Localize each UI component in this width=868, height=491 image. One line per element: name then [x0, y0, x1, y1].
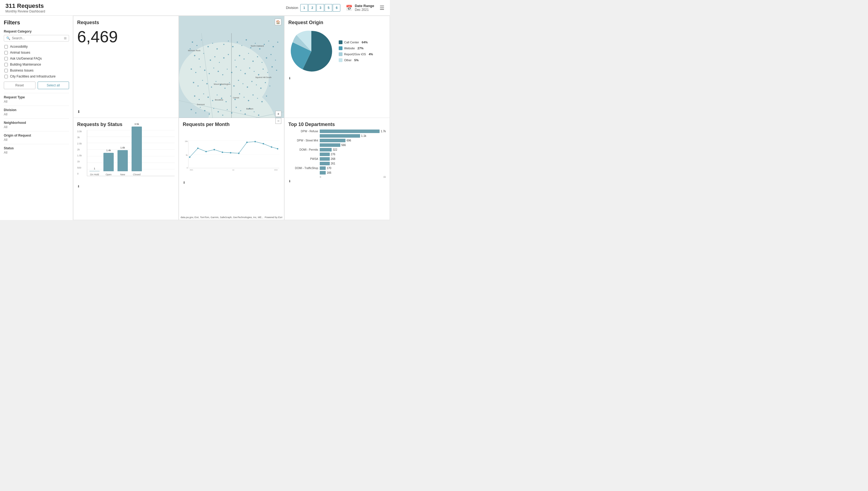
- dept-bar-pwsa: [320, 157, 330, 161]
- line-dot-11: [271, 146, 272, 148]
- map-home-btn[interactable]: 🏠: [275, 19, 281, 25]
- svg-point-49: [191, 68, 192, 70]
- category-city-facilities[interactable]: City Facilities and Infrastructure: [4, 74, 69, 79]
- category-label: Business Issues: [10, 68, 34, 73]
- checkbox-business-issues[interactable]: [4, 69, 8, 73]
- legend-label-report2gov: Report2Gov iOS: [344, 53, 366, 56]
- download-icon-top10[interactable]: ⬇: [288, 179, 386, 183]
- division-btn-2[interactable]: 2: [308, 4, 316, 12]
- legend-pct-callcenter: 64%: [362, 41, 368, 44]
- dept-value-4: 566: [341, 144, 346, 147]
- svg-point-33: [203, 53, 204, 54]
- line-dot-1: [189, 156, 190, 158]
- x-axis-0: 0: [320, 176, 321, 178]
- svg-point-56: [222, 74, 223, 75]
- app-subtitle: Monthly Review Dashboard: [5, 9, 45, 13]
- select-all-button[interactable]: Select all: [38, 82, 69, 89]
- category-business-issues[interactable]: Business Issues: [4, 67, 69, 74]
- svg-point-84: [260, 88, 261, 89]
- map-zoom-in[interactable]: +: [275, 111, 281, 117]
- checkbox-animal-issues[interactable]: [4, 51, 8, 55]
- svg-point-61: [245, 73, 246, 74]
- search-input[interactable]: [12, 36, 64, 40]
- request-type-label: Request Type: [4, 95, 69, 99]
- svg-point-103: [266, 96, 267, 97]
- svg-point-41: [243, 59, 245, 60]
- checkbox-building-maintenance[interactable]: [4, 63, 8, 66]
- y-label-500: 500: [77, 166, 87, 169]
- svg-point-26: [259, 48, 260, 50]
- pie-chart-svg: [288, 28, 334, 74]
- bar-rect-closed: [131, 126, 142, 171]
- svg-point-115: [240, 110, 241, 111]
- date-range-text: Date Range Dec 2021: [355, 4, 374, 12]
- checkbox-ask-us[interactable]: [4, 57, 8, 60]
- category-search-box[interactable]: 🔍 ⊞: [4, 35, 69, 41]
- checkbox-accessibility[interactable]: [4, 45, 8, 49]
- legend-dot-callcenter: [339, 40, 342, 44]
- legend-label-website: Website: [344, 47, 355, 50]
- svg-point-40: [239, 55, 240, 56]
- line-chart-title: Requests per Month: [183, 122, 280, 127]
- svg-point-18: [223, 44, 224, 45]
- division-btn-6[interactable]: 6: [333, 4, 340, 12]
- map-label-mckees: McKees Rock: [188, 49, 200, 52]
- svg-point-13: [201, 39, 202, 40]
- bar-chart-title: Requests by Status: [77, 122, 175, 127]
- sidebar-title: Filters: [4, 20, 69, 26]
- category-accessibility[interactable]: Accessibility: [4, 44, 69, 50]
- line-chart-polyline: [190, 142, 278, 157]
- svg-point-57: [227, 68, 228, 69]
- y-label-1000: 1k: [77, 160, 87, 163]
- svg-point-52: [204, 70, 206, 71]
- dept-bar-6: [320, 152, 330, 156]
- bar-new: 1.6k New: [118, 150, 128, 176]
- svg-point-22: [241, 45, 242, 46]
- svg-point-88: [199, 99, 200, 100]
- hamburger-icon[interactable]: ☰: [379, 5, 384, 11]
- svg-point-98: [244, 97, 245, 97]
- download-icon-requests[interactable]: ⬇: [77, 110, 175, 114]
- checkbox-city-facilities[interactable]: [4, 75, 8, 78]
- dept-row-domi-permits: DOMI - Permits 322: [288, 148, 386, 151]
- svg-point-79: [238, 80, 239, 81]
- dept-row-pwsa: PWSA 268: [288, 157, 386, 161]
- svg-point-58: [231, 72, 232, 73]
- svg-point-85: [265, 82, 266, 83]
- download-icon-line[interactable]: ⬇: [183, 181, 185, 184]
- category-animal-issues[interactable]: Animal Issues: [4, 50, 69, 56]
- svg-point-37: [223, 57, 224, 59]
- reset-button[interactable]: Reset: [4, 82, 35, 89]
- neighborhood-filter-row: Neighborhood All: [4, 118, 69, 131]
- svg-point-82: [251, 81, 252, 82]
- download-icon-bar[interactable]: ⬇: [77, 184, 80, 188]
- category-building-maintenance[interactable]: Building Maintenance: [4, 61, 69, 67]
- dept-bar-domi-permits: [320, 148, 332, 151]
- dept-value-domi-permits: 322: [333, 148, 337, 151]
- svg-point-54: [213, 67, 214, 68]
- svg-point-101: [257, 98, 258, 98]
- map-zoom-out[interactable]: −: [275, 118, 281, 124]
- svg-point-50: [195, 72, 196, 73]
- dept-value-10: 166: [327, 171, 331, 174]
- category-ask-us[interactable]: Ask Us/General FAQs: [4, 56, 69, 61]
- dept-name-pwsa: PWSA: [288, 157, 318, 161]
- request-type-value: All: [4, 100, 69, 104]
- svg-point-96: [235, 99, 236, 100]
- svg-point-32: [199, 59, 200, 60]
- svg-point-17: [216, 48, 218, 50]
- svg-point-119: [258, 115, 259, 116]
- bar-xlabel-new: New: [120, 173, 125, 176]
- y-label-0: 0: [77, 172, 87, 175]
- filter-actions: Reset Select all: [4, 82, 69, 89]
- download-icon-origin[interactable]: ⬇: [288, 77, 386, 80]
- division-btn-1[interactable]: 1: [300, 4, 308, 12]
- svg-point-67: [272, 66, 273, 67]
- filter-icon[interactable]: ⊞: [64, 36, 67, 40]
- svg-point-87: [194, 95, 195, 97]
- bar-label-on-hold: 1: [94, 167, 95, 170]
- dept-bar-8: [320, 162, 330, 165]
- division-btn-3[interactable]: 3: [316, 4, 324, 12]
- division-btn-5[interactable]: 5: [324, 4, 332, 12]
- dept-row-4: 566: [288, 143, 386, 147]
